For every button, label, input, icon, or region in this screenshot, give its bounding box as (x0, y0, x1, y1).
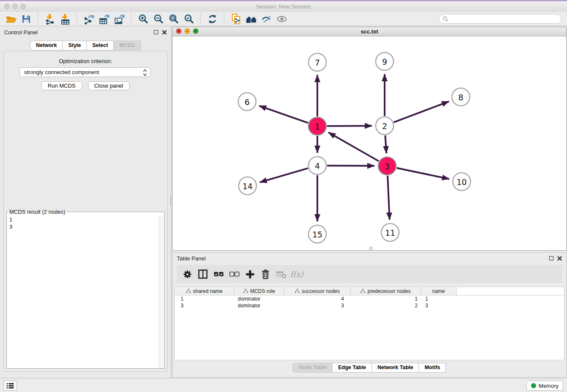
graph-node-3[interactable]: 3 (378, 157, 396, 175)
task-history-button[interactable] (3, 381, 17, 391)
delete-column-icon[interactable] (258, 267, 273, 282)
graph-edge-3-1[interactable] (328, 133, 379, 161)
cell-shared-name[interactable]: 3 (175, 303, 234, 309)
table-panel: Table Panel f(x) (172, 252, 567, 378)
memory-button[interactable]: Memory (526, 381, 563, 391)
tab-style[interactable]: Style (63, 41, 87, 50)
tab-mcds[interactable]: MCDS (114, 41, 141, 50)
hierarchy-icon (295, 289, 300, 293)
eye-icon[interactable] (274, 13, 289, 25)
table-row[interactable]: 3 dominator 3 2 3 (175, 302, 564, 309)
ndex-houses-icon[interactable] (244, 13, 259, 25)
column-header-shared-name[interactable]: shared name (175, 287, 234, 295)
graph-node-label: 3 (385, 162, 390, 171)
zoom-selected-icon[interactable] (181, 13, 196, 25)
graph-edge-4-3[interactable] (327, 166, 374, 166)
canvas-scroll-handle[interactable] (369, 247, 372, 250)
graph-node-4[interactable]: 4 (308, 157, 326, 174)
open-folder-icon[interactable] (3, 13, 19, 25)
table-panel-close-icon[interactable] (557, 256, 562, 261)
tab-edge-table[interactable]: Edge Table (333, 363, 372, 373)
network-canvas-svg[interactable]: 1234678910111415 (173, 36, 566, 251)
cell-mcds-role[interactable]: dominator (234, 303, 284, 309)
zoom-fit-icon[interactable] (166, 13, 181, 25)
network-close-button[interactable] (176, 28, 182, 34)
column-header-name[interactable]: name (421, 287, 457, 295)
function-builder-icon[interactable]: f(x) (289, 267, 305, 282)
mcds-panel: Optimization criterion: strongly connect… (3, 51, 168, 372)
cell-predecessor-nodes[interactable]: 1 (351, 296, 421, 302)
cell-predecessor-nodes[interactable]: 2 (351, 303, 421, 309)
graph-node-1[interactable]: 1 (308, 117, 326, 135)
graph-node-7[interactable]: 7 (308, 53, 326, 71)
list-icon (6, 383, 14, 389)
graph-node-6[interactable]: 6 (238, 93, 256, 110)
graph-edge-3-11[interactable] (388, 176, 390, 220)
table-panel-float-button[interactable] (549, 256, 553, 260)
search-input[interactable] (449, 16, 561, 22)
graph-node-14[interactable]: 14 (239, 177, 256, 195)
graph-edge-1-6[interactable] (259, 106, 308, 123)
graph-edge-2-3[interactable] (385, 135, 386, 153)
delete-table-icon[interactable] (273, 267, 289, 282)
export-image-icon[interactable] (112, 13, 127, 25)
select-all-icon[interactable] (211, 267, 226, 282)
control-panel-close-icon[interactable] (162, 30, 167, 35)
graph-node-10[interactable]: 10 (453, 173, 471, 190)
graph-node-9[interactable]: 9 (376, 52, 394, 70)
graph-edge-1-2[interactable] (327, 126, 372, 126)
column-header-predecessor-nodes[interactable]: predecessor nodes (351, 287, 421, 295)
zoom-in-icon[interactable] (135, 13, 151, 25)
close-panel-button[interactable]: Close panel (88, 81, 130, 90)
graph-node-2[interactable]: 2 (376, 117, 394, 135)
network-view-window: scc.txt 1234678910111415 (172, 27, 567, 251)
zoom-out-icon[interactable] (151, 13, 166, 25)
import-table-icon[interactable] (58, 13, 73, 25)
fx-label: f(x) (290, 270, 303, 279)
cell-name[interactable]: 1 (421, 296, 457, 302)
graph-edge-2-8[interactable] (394, 102, 449, 122)
cell-name[interactable]: 3 (421, 303, 457, 309)
result-line: 3 (9, 223, 156, 230)
import-network-icon[interactable] (42, 13, 58, 25)
search-box[interactable] (439, 14, 561, 24)
network-minimize-button[interactable] (184, 28, 190, 34)
mcds-result-text[interactable]: 1 3 (8, 215, 158, 367)
settings-gear-icon[interactable] (179, 267, 195, 282)
save-session-icon[interactable] (19, 13, 34, 25)
hierarchy-icon (186, 289, 191, 293)
export-table-icon[interactable] (96, 13, 112, 25)
result-scrollbar[interactable] (158, 216, 163, 367)
graph-edge-4-14[interactable] (260, 168, 308, 182)
add-column-icon[interactable] (242, 267, 258, 282)
graph-node-15[interactable]: 15 (308, 225, 326, 243)
tab-node-table[interactable]: Node Table (293, 363, 333, 373)
clone-network-icon[interactable] (228, 13, 244, 25)
export-network-icon[interactable] (81, 13, 96, 25)
graph-node-8[interactable]: 8 (452, 88, 470, 106)
control-panel-float-button[interactable] (154, 30, 158, 34)
table-toolbar: f(x) (177, 265, 562, 283)
tab-network[interactable]: Network (30, 41, 63, 50)
column-header-successor-nodes[interactable]: successor nodes (284, 287, 351, 295)
tab-motifs[interactable]: Motifs (419, 363, 446, 373)
network-window-titlebar[interactable]: scc.txt (173, 27, 566, 36)
table-row[interactable]: 1 dominator 4 1 1 (175, 295, 564, 302)
eye-slash-icon[interactable] (259, 13, 274, 25)
refresh-layout-icon[interactable] (205, 13, 220, 25)
criterion-dropdown[interactable]: strongly connected component (19, 67, 151, 77)
graph-edge-3-10[interactable] (397, 168, 449, 179)
graph-node-11[interactable]: 11 (381, 224, 399, 241)
tab-select[interactable]: Select (87, 41, 114, 50)
cell-shared-name[interactable]: 1 (175, 296, 234, 302)
cell-successor-nodes[interactable]: 3 (284, 303, 351, 309)
toolbar-separator (131, 13, 132, 25)
network-maximize-button[interactable] (193, 28, 198, 34)
cell-mcds-role[interactable]: dominator (234, 296, 284, 302)
run-mcds-button[interactable]: Run MCDS (41, 81, 82, 90)
tab-network-table[interactable]: Network Table (372, 363, 419, 373)
clear-selection-icon[interactable] (226, 267, 242, 282)
column-header-mcds-role[interactable]: MCDS role (234, 287, 284, 295)
column-view-icon[interactable] (195, 267, 211, 282)
cell-successor-nodes[interactable]: 4 (284, 296, 351, 302)
